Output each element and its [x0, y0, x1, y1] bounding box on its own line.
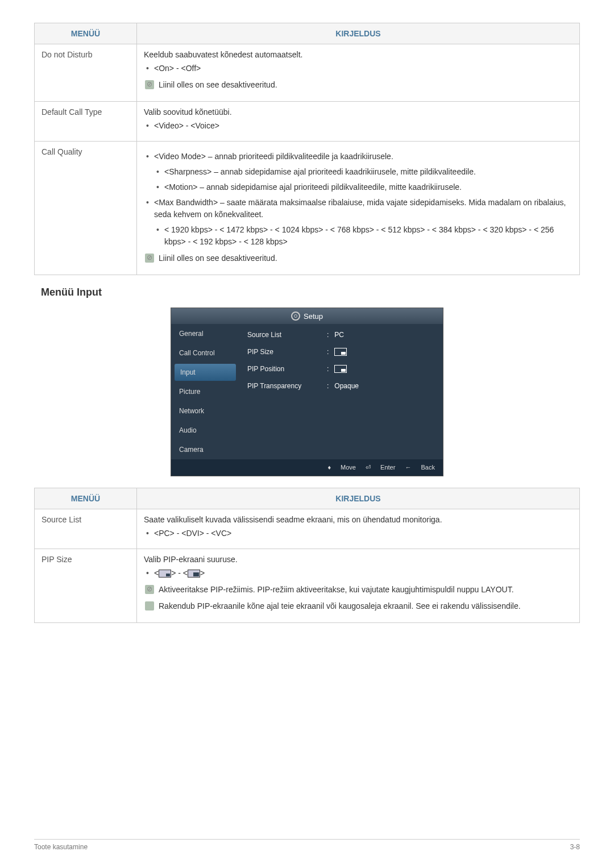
osd-footer: ♦ Move ⏎ Enter ← Back [171, 459, 443, 476]
desc-cell: Valib soovitud kõnetüübi. <Video> - <Voi… [137, 102, 580, 142]
osd-row-label: Source List [247, 331, 327, 339]
table-input: MENÜÜ KIRJELDUS Source List Saate valiku… [34, 488, 580, 623]
menu-label: PIP Size [35, 549, 137, 623]
desc-text: Valib soovitud kõnetüübi. [144, 107, 572, 117]
osd-row-label: PIP Transparency [247, 382, 327, 390]
osd-nav-network[interactable]: Network [171, 401, 239, 421]
th-menu: MENÜÜ [35, 488, 137, 509]
note-icon: ⊘ [147, 252, 152, 263]
bullet: <Max Bandwidth> – saate määrata maksimaa… [144, 197, 572, 221]
menu-label: Call Quality [35, 142, 137, 275]
osd-row-value [327, 348, 347, 356]
pip-position-icon [334, 365, 347, 373]
menu-label: Source List [35, 509, 137, 549]
table-call-control: MENÜÜ KIRJELDUS Do not Disturb Keeldub s… [34, 23, 580, 275]
bullet-icons: <> - <> [144, 567, 572, 579]
menu-label: Do not Disturb [35, 44, 137, 102]
sub-bullet: <Motion> – annab sidepidamise ajal prior… [154, 181, 572, 193]
osd-row-value: PC [327, 331, 344, 339]
osd-title-text: Setup [304, 312, 323, 321]
bullet: <Video> - <Voice> [144, 120, 572, 132]
osd-row[interactable]: Source List PC [239, 326, 443, 343]
gear-icon [291, 312, 300, 321]
osd-content: Source List PC PIP Size PIP Position PIP… [239, 324, 443, 459]
note: ⊘Aktiveeritakse PIP-režiimis. PIP-režiim… [144, 584, 572, 596]
osd-nav-callcontrol[interactable]: Call Control [171, 343, 239, 363]
osd-row-label: PIP Position [247, 365, 327, 373]
pip-small-icon [159, 570, 171, 578]
osd-nav-general[interactable]: General [171, 324, 239, 343]
bullet: <PC> - <DVI> - <VC> [144, 528, 572, 539]
desc-cell: <Video Mode> – annab prioriteedi pildikv… [137, 142, 580, 275]
desc-text: Keeldub saabuvatest kõnedest automaatsel… [144, 50, 572, 59]
sub-bullet: < 1920 kbps> - < 1472 kbps> - < 1024 kbp… [154, 224, 572, 248]
note-icon: ⊘ [147, 79, 152, 89]
osd-hint-back: ← Back [405, 464, 435, 471]
table-row: Source List Saate valikuliselt kuvada vä… [35, 509, 580, 549]
table-row: Do not Disturb Keeldub saabuvatest kõned… [35, 44, 580, 102]
note: ⊘Liinil olles on see desaktiveeritud. [144, 252, 572, 264]
osd-nav-audio[interactable]: Audio [171, 421, 239, 440]
osd-row[interactable]: PIP Position [239, 360, 443, 377]
desc-text: Valib PIP-ekraani suuruse. [144, 555, 572, 564]
bullet: <Video Mode> – annab prioriteedi pildikv… [144, 151, 572, 163]
table-row: Default Call Type Valib soovitud kõnetüü… [35, 102, 580, 142]
osd-row-value [327, 365, 347, 373]
osd-setup-screenshot: Setup General Call Control Input Picture… [171, 308, 443, 476]
note: ⊘Liinil olles on see desaktiveeritud. [144, 79, 572, 91]
osd-hint-enter: ⏎ Enter [366, 464, 395, 471]
osd-nav: General Call Control Input Picture Netwo… [171, 324, 239, 459]
osd-row-value: Opaque [327, 382, 359, 390]
section-heading: Menüü Input [41, 286, 580, 298]
pip-size-icon [334, 348, 347, 356]
osd-title-bar: Setup [171, 308, 443, 324]
desc-cell: Valib PIP-ekraani suuruse. <> - <> ⊘Akti… [137, 549, 580, 623]
osd-hint-move: ♦ Move [327, 464, 356, 471]
note: Rakendub PIP-ekraanile kõne ajal teie ek… [144, 600, 572, 612]
desc-text: Saate valikuliselt kuvada välissisendi s… [144, 515, 572, 524]
osd-row-label: PIP Size [247, 348, 327, 356]
desc-cell: Keeldub saabuvatest kõnedest automaatsel… [137, 44, 580, 102]
table-row: Call Quality <Video Mode> – annab priori… [35, 142, 580, 275]
osd-row[interactable]: PIP Size [239, 343, 443, 360]
th-desc: KIRJELDUS [137, 488, 580, 509]
sub-bullet: <Sharpness> – annab sidepidamise ajal pr… [154, 166, 572, 178]
pip-large-icon [188, 570, 200, 578]
menu-label: Default Call Type [35, 102, 137, 142]
table-row: PIP Size Valib PIP-ekraani suuruse. <> -… [35, 549, 580, 623]
osd-nav-input[interactable]: Input [175, 364, 236, 381]
osd-row[interactable]: PIP Transparency Opaque [239, 377, 443, 394]
note-icon: ⊘ [147, 584, 152, 594]
th-desc: KIRJELDUS [137, 23, 580, 44]
desc-cell: Saate valikuliselt kuvada välissisendi s… [137, 509, 580, 549]
bullet: <On> - <Off> [144, 63, 572, 74]
osd-nav-camera[interactable]: Camera [171, 440, 239, 459]
th-menu: MENÜÜ [35, 23, 137, 44]
osd-nav-picture[interactable]: Picture [171, 382, 239, 401]
